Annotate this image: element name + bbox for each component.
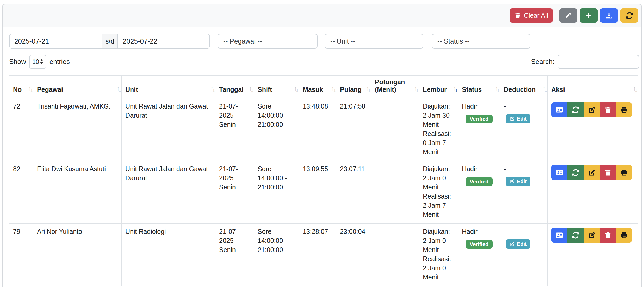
cell-status: HadirVerified	[458, 161, 500, 224]
print-icon	[620, 231, 628, 239]
sort-icon: ↑↓	[495, 86, 499, 93]
print-row-button[interactable]	[616, 102, 632, 117]
attendance-table: No↑↓ Pegawai↑↓ Unit↑↓ Tanggal↑↓ Shift↑↓ …	[9, 75, 638, 286]
sync-icon	[572, 106, 579, 114]
pegawai-filter-select[interactable]: -- Pegawai --	[218, 34, 318, 49]
entries-label: entries	[49, 58, 70, 66]
sort-icon: ↑↓	[294, 86, 298, 93]
content-card: Clear All s/d -- Pegawai -- -- Unit -- -…	[2, 4, 642, 287]
column-header-lembur[interactable]: Lembur↑↓	[419, 76, 458, 98]
lembur-diajukan: Diajukan: 2 Jam 30 Menit	[423, 102, 454, 129]
sync-icon	[572, 231, 579, 239]
deduction-edit-button[interactable]: Edit	[506, 114, 530, 123]
id-card-icon	[556, 106, 563, 114]
edit-mode-button[interactable]	[559, 8, 577, 23]
date-to-input[interactable]	[118, 34, 209, 48]
cell-unit: Unit Rawat Jalan dan Gawat Darurat	[122, 161, 215, 224]
cell-shift: Sore 14:00:00 - 21:00:00	[254, 98, 299, 161]
print-row-button[interactable]	[616, 165, 632, 180]
refresh-button[interactable]	[620, 8, 638, 23]
cell-potongan	[371, 98, 419, 161]
deduction-edit-button[interactable]: Edit	[506, 177, 530, 186]
cell-potongan	[371, 224, 419, 286]
cell-pulang: 21:07:58	[336, 98, 371, 161]
card-body: s/d -- Pegawai -- -- Unit -- -- Status -…	[3, 27, 641, 286]
add-button[interactable]	[580, 8, 598, 23]
cell-potongan	[371, 161, 419, 224]
cell-aksi	[548, 98, 638, 161]
sort-desc-icon: ↑↓	[453, 86, 457, 93]
lembur-diajukan: Diajukan: 2 Jam 0 Menit	[423, 227, 454, 254]
column-header-shift[interactable]: Shift↑↓	[254, 76, 299, 98]
sync-button[interactable]	[567, 102, 584, 117]
status-text: Hadir	[462, 102, 496, 111]
column-header-pegawai[interactable]: Pegawai↑↓	[33, 76, 122, 98]
action-button-group	[551, 228, 632, 243]
column-header-status[interactable]: Status↑↓	[458, 76, 500, 98]
clear-all-button[interactable]: Clear All	[510, 8, 553, 23]
cell-pulang: 23:00:04	[336, 224, 371, 286]
column-header-unit[interactable]: Unit↑↓	[122, 76, 215, 98]
delete-row-button[interactable]	[600, 228, 616, 243]
column-header-aksi[interactable]: Aksi↑↓	[548, 76, 638, 98]
table-row: 72 Trisanti Fajarwati, AMKG. Unit Rawat …	[9, 98, 638, 161]
search-input[interactable]	[558, 55, 639, 69]
edit-row-button[interactable]	[584, 228, 600, 243]
status-filter-select[interactable]: -- Status --	[432, 34, 530, 49]
download-button[interactable]	[600, 8, 618, 23]
clear-all-label: Clear All	[524, 12, 548, 19]
cell-deduction: -Edit	[500, 161, 548, 224]
print-icon	[620, 106, 628, 114]
status-text: Hadir	[462, 227, 496, 236]
search-group: Search:	[531, 55, 639, 69]
edit-icon	[510, 116, 515, 121]
filter-row: s/d -- Pegawai -- -- Unit -- -- Status -…	[9, 34, 639, 49]
edit-icon	[588, 231, 596, 239]
lembur-diajukan: Diajukan: 2 Jam 0 Menit	[423, 164, 454, 192]
cell-masuk: 13:48:08	[299, 98, 336, 161]
refresh-icon	[626, 12, 633, 20]
edit-row-button[interactable]	[584, 102, 600, 117]
delete-row-button[interactable]	[600, 102, 616, 117]
column-header-deduction[interactable]: Deduction↑↓	[500, 76, 548, 98]
date-from-input[interactable]	[10, 34, 102, 48]
sync-button[interactable]	[567, 228, 584, 243]
lembur-realisasi: Realisasi: 2 Jam 7 Menit	[423, 192, 454, 219]
delete-row-button[interactable]	[600, 165, 616, 180]
cell-aksi	[548, 161, 638, 224]
column-header-potongan[interactable]: Potongan (Menit)↑↓	[371, 76, 419, 98]
sync-button[interactable]	[567, 165, 584, 180]
date-separator-label: s/d	[102, 34, 118, 48]
edit-icon	[588, 106, 596, 114]
edit-row-button[interactable]	[584, 165, 600, 180]
print-icon	[620, 169, 628, 176]
select-spinner-icon	[40, 59, 43, 64]
deduction-edit-button[interactable]: Edit	[506, 239, 530, 249]
cell-pegawai: Elita Dwi Kusuma Astuti	[33, 161, 122, 224]
table-header-row: No↑↓ Pegawai↑↓ Unit↑↓ Tanggal↑↓ Shift↑↓ …	[9, 76, 638, 98]
column-header-masuk[interactable]: Masuk↑↓	[299, 76, 336, 98]
cell-no: 79	[9, 224, 33, 286]
detail-card-button[interactable]	[551, 102, 567, 117]
cell-unit: Unit Rawat Jalan dan Gawat Darurat	[122, 98, 215, 161]
column-header-no[interactable]: No↑↓	[9, 76, 33, 98]
cell-pegawai: Trisanti Fajarwati, AMKG.	[33, 98, 122, 161]
page-size-select[interactable]: 10	[29, 55, 46, 69]
unit-filter-select[interactable]: -- Unit --	[325, 34, 423, 49]
detail-card-button[interactable]	[551, 165, 567, 180]
sort-icon: ↑↓	[331, 86, 335, 93]
cell-masuk: 13:28:07	[299, 224, 336, 286]
cell-status: HadirVerified	[458, 98, 500, 161]
trash-icon	[604, 106, 612, 114]
cell-tanggal: 21-07-2025 Senin	[215, 98, 254, 161]
print-row-button[interactable]	[616, 228, 632, 243]
column-header-tanggal[interactable]: Tanggal↑↓	[215, 76, 254, 98]
cell-pulang: 23:07:11	[336, 161, 371, 224]
cell-pegawai: Ari Nor Yulianto	[33, 224, 122, 286]
page-size-group: Show 10 entries	[9, 55, 70, 69]
cell-lembur: Diajukan: 2 Jam 30 MenitRealisasi: 0 Jam…	[419, 98, 458, 161]
detail-card-button[interactable]	[551, 228, 567, 243]
column-header-pulang[interactable]: Pulang↑↓	[336, 76, 371, 98]
cell-deduction: -Edit	[500, 98, 548, 161]
table-row: 82 Elita Dwi Kusuma Astuti Unit Rawat Ja…	[9, 161, 638, 224]
